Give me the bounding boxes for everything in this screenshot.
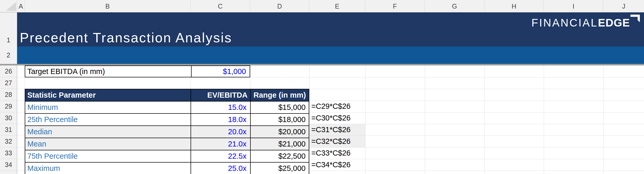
row-header-gutter: 1 2 26 27 28 29 30 31 32 33 34 [0, 12, 17, 174]
row-header-26[interactable]: 26 [0, 65, 17, 77]
formula-cell-e32[interactable]: =C32*C$26 [310, 136, 365, 147]
cell-ev-ebitda[interactable]: 22.5x [191, 150, 250, 162]
formula-cell-e29[interactable]: =C29*C$26 [310, 101, 365, 112]
gridline [484, 65, 485, 174]
cell-ev-ebitda[interactable]: 21.0x [191, 138, 250, 150]
table-row-mean: Mean 21.0x $21,000 [25, 138, 309, 150]
formula-column: =C29*C$26 =C30*C$26 =C31*C$26 =C32*C$26 … [310, 101, 365, 171]
row-header-27[interactable]: 27 [0, 77, 17, 89]
formula-cell-e33[interactable]: =C33*C$26 [310, 147, 365, 159]
spreadsheet: A B C D E F G H I J 1 2 26 27 28 29 30 3… [0, 0, 644, 174]
gridline [425, 65, 425, 174]
gridline [544, 65, 544, 174]
gridline [365, 65, 365, 174]
cell-parameter[interactable]: Minimum [25, 102, 191, 113]
table-row-minimum: Minimum 15.0x $15,000 [25, 101, 309, 113]
cell-parameter[interactable]: 75th Percentile [25, 150, 191, 162]
formula-cell-e31[interactable]: =C31*C$26 [310, 124, 365, 136]
target-ebitda-box: Target EBITDA (in mm) $1,000 [25, 65, 250, 77]
cell-parameter[interactable]: Mean [25, 138, 191, 150]
cell-ev-ebitda[interactable]: 15.0x [191, 102, 250, 113]
cell-ev-ebitda[interactable]: 18.0x [191, 114, 250, 125]
select-all-corner[interactable] [0, 0, 17, 12]
row-header-28[interactable]: 28 [0, 89, 17, 101]
cell-range[interactable]: $21,000 [250, 138, 309, 150]
row-header-34[interactable]: 34 [0, 159, 17, 171]
cell-parameter[interactable]: Median [25, 126, 191, 138]
cell-range[interactable]: $18,000 [250, 114, 309, 125]
formula-cell-e34[interactable]: =C34*C$26 [310, 159, 365, 171]
cell-range[interactable]: $15,000 [250, 102, 309, 113]
column-header-a[interactable]: A [17, 0, 25, 12]
header-cell-range[interactable]: Range (in mm) [250, 89, 309, 101]
row-header-2[interactable]: 2 [0, 46, 17, 64]
logo-text-financial: FINANCIAL [532, 17, 598, 29]
column-header-b[interactable]: B [25, 0, 191, 12]
cell-parameter[interactable]: 25th Percentile [25, 114, 191, 125]
select-all-triangle-icon [6, 2, 16, 11]
target-ebitda-label-cell[interactable]: Target EBITDA (in mm) [25, 66, 191, 77]
column-header-c[interactable]: C [191, 0, 250, 12]
stats-table: Statistic Parameter EV/EBITDA Range (in … [25, 89, 309, 174]
column-header-j[interactable]: J [603, 0, 644, 12]
column-header-strip: A B C D E F G H I J [0, 0, 644, 12]
formula-cell-e30[interactable]: =C30*C$26 [310, 112, 365, 124]
column-header-i[interactable]: I [544, 0, 603, 12]
row-header-30[interactable]: 30 [0, 112, 17, 124]
subtitle-band-cell[interactable] [17, 46, 644, 64]
cell-ev-ebitda[interactable]: 20.0x [191, 126, 250, 138]
gridline [603, 65, 604, 174]
column-header-e[interactable]: E [309, 0, 365, 12]
cell-range[interactable]: $25,000 [250, 163, 309, 174]
stats-table-header-row: Statistic Parameter EV/EBITDA Range (in … [25, 89, 309, 101]
column-header-h[interactable]: H [484, 0, 544, 12]
cell-parameter[interactable]: Maximum [25, 163, 191, 174]
row-header-32[interactable]: 32 [0, 136, 17, 147]
row-header-1[interactable]: 1 [0, 12, 17, 46]
header-cell-statistic-parameter[interactable]: Statistic Parameter [25, 89, 191, 101]
header-cell-ev-ebitda[interactable]: EV/EBITDA [191, 89, 250, 101]
page-title: Precedent Transaction Analysis [20, 30, 232, 45]
column-header-d[interactable]: D [250, 0, 309, 12]
title-banner-cell[interactable]: Precedent Transaction Analysis FINANCIAL… [17, 12, 644, 46]
column-header-f[interactable]: F [365, 0, 425, 12]
column-header-g[interactable]: G [425, 0, 484, 12]
table-row-maximum: Maximum 25.0x $25,000 [25, 162, 309, 174]
brand-logo: FINANCIALEDGE [532, 17, 640, 29]
table-row-75th-percentile: 75th Percentile 22.5x $22,500 [25, 150, 309, 162]
cell-ev-ebitda[interactable]: 25.0x [191, 163, 250, 174]
row-header-33[interactable]: 33 [0, 147, 17, 159]
logo-text-edge: EDGE [598, 17, 630, 29]
target-ebitda-value-cell[interactable]: $1,000 [191, 66, 250, 77]
row-header-31[interactable]: 31 [0, 124, 17, 136]
logo-corner-arrow-icon [630, 15, 640, 22]
row-header-29[interactable]: 29 [0, 101, 17, 112]
table-row-25th-percentile: 25th Percentile 18.0x $18,000 [25, 113, 309, 125]
gridline [309, 65, 310, 174]
table-row-median: Median 20.0x $20,000 [25, 125, 309, 138]
row-header-partial [0, 171, 17, 174]
cell-range[interactable]: $20,000 [250, 126, 309, 138]
cell-range[interactable]: $22,500 [250, 150, 309, 162]
